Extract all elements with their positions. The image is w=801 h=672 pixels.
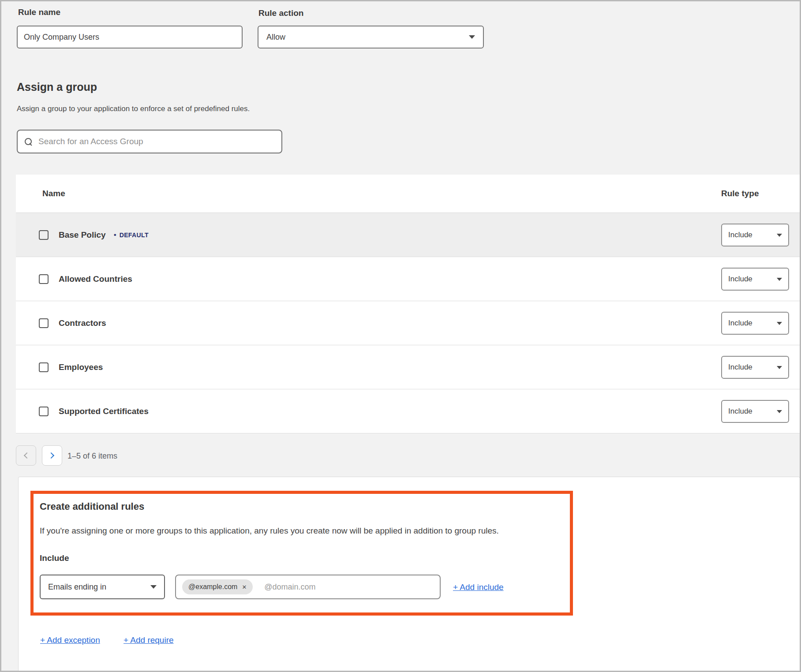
rule-type-select[interactable]: Include: [721, 356, 789, 379]
table-row: Supported Certificates Include: [16, 389, 800, 433]
table-row: Contractors Include: [16, 301, 800, 345]
table-row: Base Policy • DEFAULT Include: [16, 213, 800, 257]
column-header-name: Name: [42, 175, 65, 213]
bullet-icon: •: [114, 231, 116, 239]
access-group-search[interactable]: [17, 130, 282, 153]
chevron-down-icon: [150, 585, 157, 589]
chevron-down-icon: [777, 366, 782, 369]
rule-name-input[interactable]: [17, 26, 243, 49]
table-row: Allowed Countries Include: [16, 257, 800, 301]
domain-input[interactable]: [264, 582, 434, 592]
rule-action-select[interactable]: Allow: [258, 26, 484, 49]
assign-group-title: Assign a group: [17, 81, 97, 93]
rule-type-select[interactable]: Include: [721, 312, 789, 335]
rule-action-label: Rule action: [258, 8, 303, 18]
row-name: Contractors: [59, 318, 106, 328]
add-include-link[interactable]: + Add include: [453, 582, 504, 592]
include-condition-select[interactable]: Emails ending in: [40, 575, 165, 599]
rule-type-value: Include: [728, 407, 752, 416]
rule-type-value: Include: [728, 319, 752, 328]
table-header: Name Rule type: [16, 175, 800, 213]
rule-type-select[interactable]: Include: [721, 400, 789, 423]
rule-type-select[interactable]: Include: [721, 268, 789, 291]
row-name: Allowed Countries: [59, 274, 132, 284]
table-row: Employees Include: [16, 345, 800, 389]
row-checkbox[interactable]: [39, 230, 49, 240]
chevron-left-icon: [24, 452, 30, 459]
chevron-down-icon: [469, 35, 475, 39]
row-checkbox[interactable]: [39, 362, 49, 372]
row-checkbox[interactable]: [39, 318, 49, 328]
pagination-prev-button[interactable]: [16, 445, 36, 466]
chevron-down-icon: [777, 278, 782, 281]
access-groups-table: Name Rule type Base Policy • DEFAULT Inc…: [16, 175, 800, 433]
pagination-status: 1–5 of 6 items: [67, 452, 117, 461]
chevron-down-icon: [777, 322, 782, 325]
search-input[interactable]: [38, 131, 274, 153]
chevron-right-icon: [48, 452, 54, 459]
row-checkbox[interactable]: [39, 274, 49, 284]
additional-rules-description: If you're assigning one or more groups t…: [40, 526, 565, 536]
rule-editor-page: Rule name Rule action Allow Assign a gro…: [0, 0, 801, 672]
add-exception-link[interactable]: + Add exception: [40, 635, 100, 645]
chevron-down-icon: [777, 234, 782, 237]
rule-name-label: Rule name: [18, 7, 60, 17]
add-require-link[interactable]: + Add require: [124, 635, 174, 645]
include-values-field[interactable]: @example.com ✕: [175, 575, 441, 599]
rule-type-select[interactable]: Include: [721, 224, 789, 246]
row-name: Employees: [59, 362, 103, 372]
email-tag-label: @example.com: [188, 583, 237, 591]
rule-type-value: Include: [728, 363, 752, 372]
rule-type-value: Include: [728, 275, 752, 284]
default-badge-label: DEFAULT: [120, 231, 149, 239]
additional-rules-title: Create additional rules: [40, 501, 144, 512]
include-condition-value: Emails ending in: [48, 582, 106, 592]
row-name: Supported Certificates: [59, 407, 149, 416]
assign-group-description: Assign a group to your application to en…: [17, 105, 250, 113]
pagination-next-button[interactable]: [42, 445, 62, 466]
include-section-label: Include: [40, 553, 69, 563]
search-icon: [25, 138, 32, 146]
email-tag: @example.com ✕: [182, 579, 253, 594]
row-name: Base Policy: [59, 230, 106, 240]
rule-action-value: Allow: [266, 33, 285, 42]
chevron-down-icon: [777, 410, 782, 413]
row-checkbox[interactable]: [39, 407, 49, 416]
column-header-rule-type: Rule type: [721, 175, 759, 213]
default-badge: • DEFAULT: [114, 231, 149, 239]
rule-type-value: Include: [728, 231, 752, 239]
remove-tag-icon[interactable]: ✕: [242, 584, 247, 590]
